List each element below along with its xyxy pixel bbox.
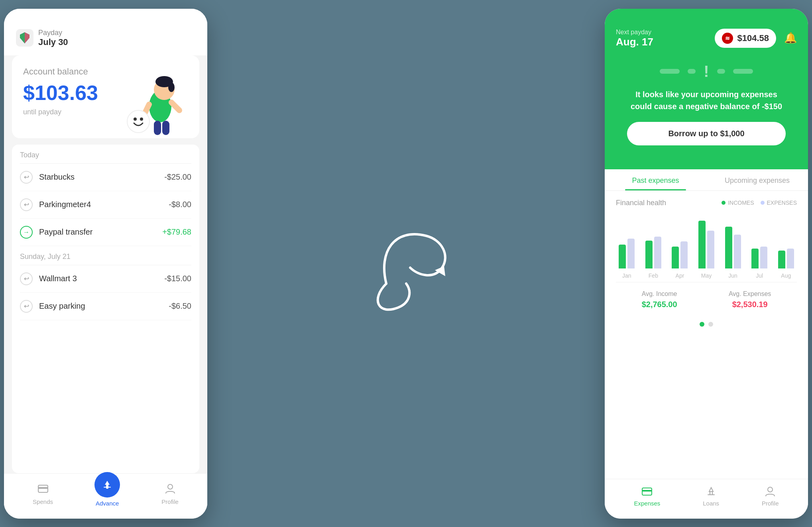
tx-paypal: → Paypal transfer +$79.68 [20, 219, 191, 246]
expenses-icon [641, 486, 653, 498]
nav-profile-right[interactable]: Profile [762, 486, 779, 507]
avg-expense-value: $2,530.19 [729, 300, 771, 309]
left-phone: Payday July 30 Account balance $103.63 u… [4, 9, 207, 519]
svg-rect-21 [710, 492, 712, 495]
bar-chart: Jan Feb Apr [616, 215, 797, 279]
left-header: Payday July 30 [4, 9, 207, 55]
logo-icon [16, 29, 33, 47]
tx-name-parking: Parkingmeter4 [39, 200, 169, 209]
bar-may: May [696, 221, 718, 279]
bar-label-feb: Feb [649, 272, 658, 279]
bar-jul-expense [760, 247, 767, 268]
tx-amount-wallmart: -$15.00 [164, 274, 191, 283]
svg-text:≋: ≋ [725, 35, 730, 41]
bar-jun: Jun [722, 227, 744, 279]
warning-exclamation: ! [704, 63, 709, 80]
tx-amount-parking: -$8.00 [169, 200, 191, 209]
nav-label-profile-right: Profile [762, 500, 779, 507]
svg-point-4 [168, 82, 175, 92]
warning-bar-left2 [688, 69, 696, 74]
tx-name-paypal: Paypal transfer [39, 227, 162, 237]
tx-icon-paypal: → [20, 226, 33, 239]
bar-jul-income [751, 249, 759, 268]
tx-amount-paypal: +$79.68 [162, 227, 191, 237]
svg-rect-13 [38, 487, 48, 489]
bar-label-jun: Jun [728, 272, 737, 279]
pagination-dots [616, 317, 797, 331]
warning-text: It looks like your upcoming expenses cou… [627, 88, 786, 112]
payday-date: July 30 [38, 37, 68, 47]
spends-icon [36, 482, 50, 496]
curved-arrow [346, 204, 466, 323]
balance-subtitle: until payday [23, 108, 124, 116]
dot-1 [700, 322, 704, 327]
borrow-button[interactable]: Borrow up to $1,000 [627, 122, 786, 145]
next-payday-date: Aug. 17 [616, 36, 653, 48]
profile-icon-left [163, 482, 177, 496]
legend-expenses: EXPENSES [761, 200, 797, 206]
nav-label-profile-left: Profile [161, 498, 179, 505]
nav-spends[interactable]: Spends [33, 482, 53, 505]
profile-icon-right [764, 486, 776, 498]
transaction-section: Today ↩ Starbucks -$25.00 ↩ Parkingmeter… [12, 145, 199, 473]
legend-dot-income [722, 201, 725, 205]
bar-jan-expense [627, 239, 635, 268]
balance-title: Account balance [23, 67, 124, 77]
bottom-nav-left: Spends Advance [4, 473, 207, 519]
bar-jun-expense [734, 235, 741, 268]
bar-feb: Feb [643, 237, 665, 279]
svg-point-7 [134, 118, 137, 121]
avg-income-value: $2,765.00 [642, 300, 677, 309]
bar-label-jul: Jul [756, 272, 763, 279]
bar-label-apr: Apr [676, 272, 684, 279]
nav-label-expenses: Expenses [634, 500, 660, 507]
tx-amount-easy-parking: -$6.50 [169, 302, 191, 311]
bar-feb-expense [654, 237, 661, 268]
warning-bar-right [733, 69, 753, 74]
july21-label: Sunday, July 21 [20, 246, 191, 265]
bell-icon: 🔔 [784, 32, 797, 44]
bar-apr-expense [680, 241, 688, 268]
advance-button[interactable] [94, 472, 120, 498]
balance-amount: $103.63 [23, 81, 124, 105]
payday-label: Payday [38, 29, 68, 37]
tx-icon-easy-parking: ↩ [20, 300, 33, 313]
bar-apr-income [672, 247, 679, 268]
bank-icon: ≋ [722, 33, 733, 44]
svg-rect-10 [154, 121, 161, 135]
tx-icon-wallmart: ↩ [20, 272, 33, 285]
bar-feb-income [645, 241, 653, 268]
bar-jun-income [725, 227, 732, 268]
avg-income-label: Avg. Income [642, 290, 677, 298]
dot-2 [708, 322, 713, 327]
person-illustration [124, 67, 188, 138]
balance-left: Account balance $103.63 until payday [23, 67, 124, 116]
svg-point-22 [768, 487, 773, 492]
tabs-row: Past expenses Upcoming expenses [605, 169, 808, 191]
warning-bar-left [660, 69, 680, 74]
nav-label-advance: Advance [96, 500, 119, 507]
warning-icons-row: ! [627, 63, 786, 80]
svg-point-15 [168, 484, 173, 489]
svg-point-8 [140, 118, 143, 121]
bar-aug: Aug [775, 249, 797, 279]
bottom-nav-right: Expenses Loans Profile [605, 479, 808, 519]
bar-label-aug: Aug [781, 272, 791, 279]
legend-label-incomes: INCOMES [728, 200, 754, 206]
bar-may-income [698, 221, 706, 268]
balance-card: Account balance $103.63 until payday [12, 55, 199, 138]
tab-upcoming-expenses[interactable]: Upcoming expenses [706, 169, 808, 190]
loans-icon [705, 486, 717, 498]
nav-expenses[interactable]: Expenses [634, 486, 660, 507]
next-payday-info: Next payday Aug. 17 [616, 29, 653, 48]
nav-label-loans: Loans [703, 500, 719, 507]
green-header: Next payday Aug. 17 ≋ $104.58 🔔 [605, 9, 808, 169]
nav-profile-left[interactable]: Profile [161, 482, 179, 505]
nav-advance[interactable]: Advance [94, 480, 120, 507]
chart-title: Financial health [616, 199, 666, 207]
nav-loans[interactable]: Loans [703, 486, 719, 507]
avg-expense-item: Avg. Expenses $2,530.19 [729, 290, 771, 309]
tab-past-expenses[interactable]: Past expenses [605, 169, 706, 190]
next-payday-label: Next payday [616, 29, 653, 36]
warning-card: ! It looks like your upcoming expenses c… [616, 55, 797, 157]
